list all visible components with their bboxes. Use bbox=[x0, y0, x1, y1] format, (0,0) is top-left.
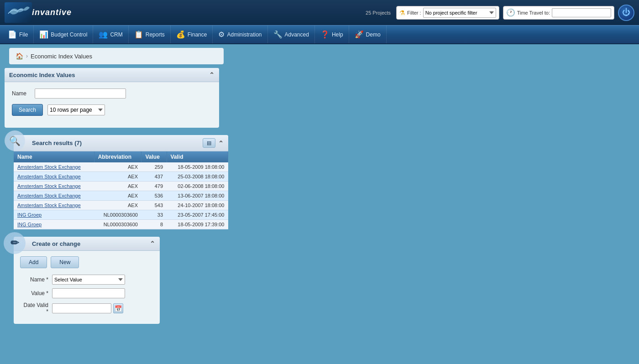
col-valid: Valid bbox=[167, 151, 228, 162]
add-button[interactable]: Add bbox=[20, 256, 47, 268]
cell-value: 437 bbox=[141, 172, 167, 182]
cell-valid: 18-05-2009 17:39:00 bbox=[167, 220, 228, 229]
create-panel-title: Create or change bbox=[32, 240, 80, 247]
create-panel: ✏ Create or change ⌃ Add New Name * Sele… bbox=[14, 237, 160, 324]
table-row: Amsterdam Stock ExchangeAEX43725-03-2008… bbox=[14, 172, 228, 182]
cell-abbreviation: NL0000303600 bbox=[94, 210, 141, 220]
nav-item-budget[interactable]: 📊 Budget Control bbox=[34, 26, 93, 43]
cell-abbreviation: AEX bbox=[94, 172, 141, 182]
results-table: Name Abbreviation Value Valid Amsterdam … bbox=[14, 151, 228, 229]
cell-valid: 23-05-2007 17:45:00 bbox=[167, 210, 228, 220]
table-row: Amsterdam Stock ExchangeAEX25918-05-2009… bbox=[14, 162, 228, 172]
col-name: Name bbox=[14, 151, 94, 162]
results-panel: 🔍 Search results (7) ▤ ⌃ Name Abbreviati… bbox=[14, 135, 228, 229]
export-button[interactable]: ▤ bbox=[203, 138, 215, 148]
create-date-label: Date Valid * bbox=[20, 302, 52, 315]
results-panel-header-left: 🔍 Search results (7) bbox=[18, 140, 82, 146]
cell-name[interactable]: Amsterdam Stock Exchange bbox=[14, 201, 94, 210]
cell-abbreviation: AEX bbox=[94, 201, 141, 210]
top-right-controls: 25 Projects ⚗ Filter : No project specif… bbox=[366, 5, 634, 21]
table-row: Amsterdam Stock ExchangeAEX53613-06-2007… bbox=[14, 191, 228, 201]
breadcrumb-separator: › bbox=[26, 53, 28, 59]
date-input-wrap: 📅 bbox=[52, 303, 123, 313]
create-name-select[interactable]: Select Value bbox=[52, 275, 125, 285]
cell-value: 479 bbox=[141, 182, 167, 191]
calendar-button[interactable]: 📅 bbox=[113, 303, 123, 313]
nav-bar: 📄 File 📊 Budget Control 👥 CRM 📋 Reports … bbox=[0, 25, 639, 44]
create-name-label: Name * bbox=[20, 276, 52, 283]
filter-select[interactable]: No project specific filter bbox=[423, 8, 496, 18]
cell-name[interactable]: Amsterdam Stock Exchange bbox=[14, 172, 94, 182]
content-area: 🏠 › Economic Index Values Economic Index… bbox=[0, 48, 639, 328]
cell-name[interactable]: ING Groep bbox=[14, 220, 94, 229]
cell-valid: 25-03-2008 18:08:00 bbox=[167, 172, 228, 182]
search-panel-header-left: Economic Index Values bbox=[9, 72, 75, 78]
name-form-row: Name bbox=[12, 88, 212, 99]
time-travel-input[interactable] bbox=[552, 8, 611, 17]
time-travel-label: Time Travel to: bbox=[517, 10, 550, 16]
nav-item-advanced[interactable]: 🔧 Advanced bbox=[268, 26, 315, 43]
file-icon: 📄 bbox=[8, 30, 17, 39]
create-value-input[interactable] bbox=[52, 288, 125, 298]
cell-value: 8 bbox=[141, 220, 167, 229]
breadcrumb-title: Economic Index Values bbox=[31, 53, 92, 60]
cell-name[interactable]: Amsterdam Stock Exchange bbox=[14, 162, 94, 172]
cell-value: 543 bbox=[141, 201, 167, 210]
projects-count: 25 Projects bbox=[366, 10, 391, 16]
nav-item-reports[interactable]: 📋 Reports bbox=[129, 26, 171, 43]
nav-item-file[interactable]: 📄 File bbox=[2, 26, 34, 43]
nav-item-demo[interactable]: 🚀 Demo bbox=[349, 26, 387, 43]
table-row: ING GroepNL00003036003323-05-2007 17:45:… bbox=[14, 210, 228, 220]
crm-icon: 👥 bbox=[99, 30, 108, 39]
nav-item-demo-label: Demo bbox=[366, 31, 381, 38]
create-panel-icon: ✏ bbox=[4, 232, 26, 254]
nav-item-advanced-label: Advanced bbox=[285, 31, 309, 38]
cell-name[interactable]: Amsterdam Stock Exchange bbox=[14, 191, 94, 201]
name-input[interactable] bbox=[35, 88, 126, 99]
collapse-results-icon[interactable]: ⌃ bbox=[218, 140, 224, 147]
cell-name[interactable]: ING Groep bbox=[14, 210, 94, 220]
table-row: Amsterdam Stock ExchangeAEX47902-06-2008… bbox=[14, 182, 228, 191]
create-date-input[interactable] bbox=[52, 303, 111, 313]
cell-name[interactable]: Amsterdam Stock Exchange bbox=[14, 182, 94, 191]
logo-text: invantive bbox=[32, 8, 72, 17]
help-icon: ❓ bbox=[320, 30, 330, 39]
cell-value: 536 bbox=[141, 191, 167, 201]
demo-icon: 🚀 bbox=[355, 30, 364, 39]
reports-icon: 📋 bbox=[134, 30, 143, 39]
table-row: ING GroepNL0000303600818-05-2009 17:39:0… bbox=[14, 220, 228, 229]
filter-label: Filter : bbox=[407, 10, 421, 16]
logo-area: invantive bbox=[5, 2, 72, 23]
nav-item-finance[interactable]: 💰 Finance bbox=[171, 26, 213, 43]
collapse-create-icon[interactable]: ⌃ bbox=[150, 240, 155, 247]
nav-item-crm[interactable]: 👥 CRM bbox=[93, 26, 128, 43]
cell-valid: 24-10-2007 18:08:00 bbox=[167, 201, 228, 210]
create-value-label: Value * bbox=[20, 290, 52, 296]
clock-icon: 🕐 bbox=[506, 8, 515, 17]
nav-item-crm-label: CRM bbox=[110, 31, 122, 38]
search-panel-header: Economic Index Values ⌃ bbox=[5, 68, 219, 82]
collapse-search-icon[interactable]: ⌃ bbox=[209, 71, 215, 78]
top-bar: invantive 25 Projects ⚗ Filter : No proj… bbox=[0, 0, 639, 25]
new-button[interactable]: New bbox=[51, 256, 79, 268]
create-date-row: Date Valid * 📅 bbox=[20, 302, 153, 315]
create-panel-header: ✏ Create or change ⌃ bbox=[14, 237, 160, 251]
nav-item-administration[interactable]: ⚙ Administration bbox=[213, 26, 267, 43]
col-abbreviation: Abbreviation bbox=[94, 151, 141, 162]
nav-item-help[interactable]: ❓ Help bbox=[315, 26, 349, 43]
col-value: Value bbox=[141, 151, 167, 162]
cell-value: 259 bbox=[141, 162, 167, 172]
cell-valid: 18-05-2009 18:08:00 bbox=[167, 162, 228, 172]
results-table-container: Name Abbreviation Value Valid Amsterdam … bbox=[14, 151, 228, 229]
cell-valid: 13-06-2007 18:08:00 bbox=[167, 191, 228, 201]
create-panel-body: Add New Name * Select Value Value * Date… bbox=[14, 251, 160, 324]
nav-item-finance-label: Finance bbox=[188, 31, 207, 38]
time-travel-box: 🕐 Time Travel to: bbox=[503, 6, 614, 20]
home-icon[interactable]: 🏠 bbox=[16, 52, 23, 60]
power-button[interactable]: ⏻ bbox=[618, 5, 634, 21]
search-panel: Economic Index Values ⌃ Name Search 10 r… bbox=[5, 68, 219, 128]
search-button[interactable]: Search bbox=[12, 104, 43, 116]
rows-per-page-select[interactable]: 10 rows per page 25 rows per page 50 row… bbox=[47, 104, 105, 115]
search-action-row: Search 10 rows per page 25 rows per page… bbox=[12, 104, 212, 116]
results-panel-header: 🔍 Search results (7) ▤ ⌃ bbox=[14, 135, 228, 151]
